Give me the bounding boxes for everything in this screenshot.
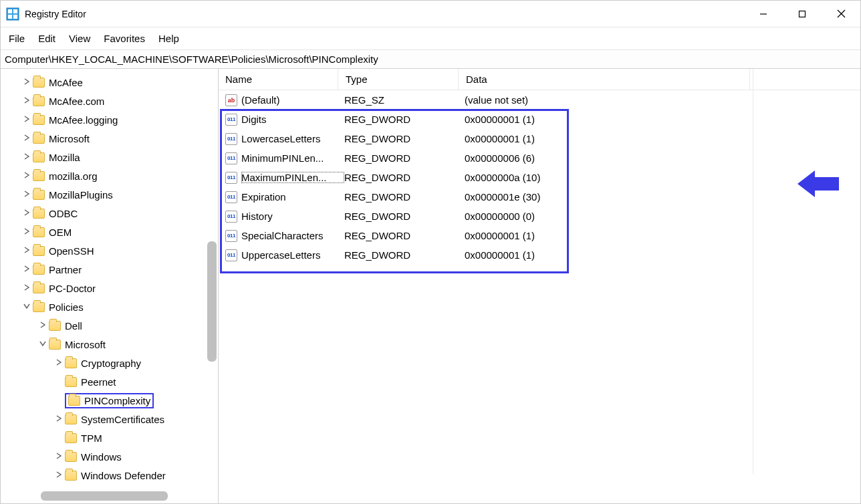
chevron-right-icon[interactable]: [21, 246, 33, 255]
tree-item[interactable]: Policies: [1, 297, 218, 316]
tree-item[interactable]: OpenSSH: [1, 241, 218, 260]
svg-rect-1: [8, 9, 12, 13]
chevron-right-icon[interactable]: [21, 283, 33, 293]
tree-item-label: mozilla.org: [49, 170, 98, 182]
tree-item-label: SystemCertificates: [81, 414, 164, 425]
value-type: REG_DWORD: [344, 211, 465, 222]
value-type: REG_DWORD: [344, 249, 465, 261]
folder-icon: [65, 452, 77, 462]
tree-item[interactable]: Peernet: [1, 372, 218, 391]
tree-item[interactable]: McAfee.com: [1, 92, 218, 110]
tree-item[interactable]: McAfee.logging: [1, 110, 218, 129]
value-data: 0x00000000 (0): [465, 211, 860, 222]
value-row[interactable]: 011HistoryREG_DWORD0x00000000 (0): [224, 207, 860, 226]
menu-view[interactable]: View: [69, 33, 90, 44]
panel-divider[interactable]: [753, 69, 753, 474]
value-type: REG_DWORD: [344, 133, 465, 144]
chevron-down-icon[interactable]: [21, 302, 33, 311]
col-header-type[interactable]: Type: [346, 74, 466, 85]
registry-tree[interactable]: McAfeeMcAfee.comMcAfee.loggingMicrosoftM…: [1, 69, 218, 504]
chevron-right-icon[interactable]: [21, 190, 33, 199]
value-data: 0x00000006 (6): [465, 152, 860, 164]
menu-edit[interactable]: Edit: [38, 33, 55, 44]
tree-item[interactable]: Partner: [1, 260, 218, 279]
value-type: REG_DWORD: [344, 114, 465, 125]
svg-rect-2: [13, 9, 17, 13]
value-row[interactable]: ab(Default)REG_SZ(value not set): [224, 90, 860, 110]
tree-item[interactable]: PINComplexity: [1, 391, 218, 410]
tree-item[interactable]: mozilla.org: [1, 166, 218, 185]
chevron-right-icon[interactable]: [53, 471, 65, 480]
tree-item[interactable]: Windows Defender: [1, 466, 218, 485]
chevron-right-icon[interactable]: [21, 96, 33, 106]
chevron-right-icon[interactable]: [37, 321, 49, 330]
maximize-button[interactable]: [783, 0, 822, 28]
value-row[interactable]: 011SpecialCharactersREG_DWORD0x00000001 …: [224, 226, 860, 245]
value-name: LowercaseLetters: [241, 133, 344, 144]
value-row[interactable]: 011UppercaseLettersREG_DWORD0x00000001 (…: [224, 245, 860, 265]
folder-icon: [49, 321, 61, 331]
value-row[interactable]: 011LowercaseLettersREG_DWORD0x00000001 (…: [224, 129, 860, 148]
folder-icon: [33, 190, 45, 200]
address-path: Computer\HKEY_LOCAL_MACHINE\SOFTWARE\Pol…: [5, 53, 378, 65]
menu-help[interactable]: Help: [158, 33, 179, 44]
tree-item-label: Microsoft: [49, 133, 90, 144]
tree-item[interactable]: McAfee: [1, 73, 218, 92]
menu-file[interactable]: File: [9, 33, 25, 44]
tree-panel: McAfeeMcAfee.comMcAfee.loggingMicrosoftM…: [1, 69, 219, 504]
value-row[interactable]: 011MinimumPINLen...REG_DWORD0x00000006 (…: [224, 148, 860, 168]
tree-item[interactable]: Dell: [1, 316, 218, 335]
value-name: Expiration: [241, 191, 344, 203]
horizontal-scrollbar[interactable]: [41, 491, 168, 501]
chevron-right-icon[interactable]: [21, 265, 33, 274]
chevron-right-icon[interactable]: [53, 358, 65, 368]
chevron-right-icon[interactable]: [21, 171, 33, 180]
folder-icon: [33, 209, 45, 219]
value-row[interactable]: 011MaximumPINLen...REG_DWORD0x0000000a (…: [224, 168, 860, 187]
svg-rect-6: [800, 11, 806, 17]
chevron-right-icon[interactable]: [21, 115, 33, 124]
col-header-data[interactable]: Data: [466, 74, 860, 85]
close-button[interactable]: [822, 0, 860, 28]
vertical-scrollbar[interactable]: [207, 241, 217, 362]
address-bar[interactable]: Computer\HKEY_LOCAL_MACHINE\SOFTWARE\Pol…: [1, 50, 860, 69]
folder-icon: [65, 433, 77, 443]
svg-rect-3: [8, 15, 12, 19]
folder-icon: [33, 152, 45, 162]
tree-item[interactable]: SystemCertificates: [1, 410, 218, 428]
value-name: MaximumPINLen...: [241, 172, 344, 183]
tree-item[interactable]: Microsoft: [1, 335, 218, 354]
value-data: 0x00000001 (1): [465, 230, 860, 241]
tree-item[interactable]: TPM: [1, 428, 218, 447]
tree-item[interactable]: Cryptography: [1, 354, 218, 372]
tree-item[interactable]: Microsoft: [1, 129, 218, 148]
tree-item[interactable]: ODBC: [1, 204, 218, 223]
tree-item[interactable]: Mozilla: [1, 148, 218, 166]
chevron-right-icon[interactable]: [53, 414, 65, 424]
chevron-right-icon[interactable]: [21, 209, 33, 218]
value-row[interactable]: 011DigitsREG_DWORD0x00000001 (1): [224, 110, 860, 129]
folder-icon: [65, 358, 77, 368]
chevron-down-icon[interactable]: [37, 340, 49, 349]
column-headers[interactable]: Name Type Data: [219, 69, 860, 90]
minimize-button[interactable]: [744, 0, 783, 28]
value-type: REG_DWORD: [344, 191, 465, 203]
value-row[interactable]: 011ExpirationREG_DWORD0x0000001e (30): [224, 187, 860, 207]
tree-item[interactable]: PC-Doctor: [1, 279, 218, 297]
values-list[interactable]: ab(Default)REG_SZ(value not set)011Digit…: [219, 90, 860, 265]
tree-item[interactable]: MozillaPlugins: [1, 185, 218, 204]
chevron-right-icon[interactable]: [21, 227, 33, 237]
chevron-right-icon[interactable]: [21, 78, 33, 87]
chevron-right-icon[interactable]: [21, 152, 33, 162]
col-header-name[interactable]: Name: [225, 74, 346, 85]
menu-favorites[interactable]: Favorites: [104, 33, 145, 44]
tree-item-label: Windows Defender: [81, 470, 166, 481]
chevron-right-icon[interactable]: [53, 452, 65, 461]
tree-item[interactable]: Windows: [1, 447, 218, 466]
tree-item[interactable]: OEM: [1, 223, 218, 241]
folder-icon: [33, 227, 45, 237]
reg-dword-icon: 011: [224, 191, 239, 204]
value-name: UppercaseLetters: [241, 249, 344, 261]
tree-item-label: OEM: [49, 227, 72, 238]
chevron-right-icon[interactable]: [21, 134, 33, 143]
